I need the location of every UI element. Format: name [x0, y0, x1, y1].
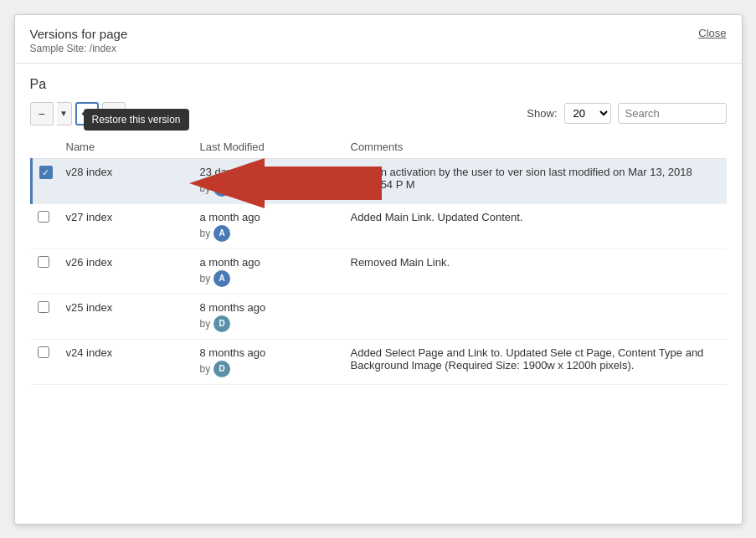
row-modified: a month ago by A	[193, 249, 344, 294]
row-modified: 8 months ago by D	[193, 339, 344, 384]
page-section-title: Pa	[30, 77, 727, 92]
by-label: by	[200, 228, 211, 239]
row-checkbox-cell[interactable]	[31, 203, 59, 249]
by-label: by	[200, 182, 211, 194]
row-comments: Added Select Page and Link to. Updated S…	[344, 339, 727, 384]
table-row: v26 indexa month ago by A Removed Main L…	[31, 249, 727, 294]
row-checkbox-cell[interactable]	[31, 339, 59, 384]
row-comments: Version activation by the user to ver si…	[344, 158, 727, 203]
close-button[interactable]: Close	[698, 27, 726, 39]
row-name: v25 index	[59, 294, 193, 339]
dialog-body: Pa Restore this version − ▼ ↩ 👁 Show:	[15, 64, 742, 398]
table-header-row: Name Last Modified Comments	[31, 136, 727, 159]
restore-button[interactable]: ↩	[75, 102, 99, 126]
versions-table: Name Last Modified Comments ✓v28 index23…	[30, 136, 727, 385]
row-checkbox-cell[interactable]	[31, 249, 59, 294]
modified-time: 8 months ago	[200, 346, 266, 359]
search-input[interactable]	[618, 103, 727, 124]
table-row: ✓v28 index23 days ago by A Version activ…	[31, 158, 727, 203]
row-checkbox[interactable]	[38, 256, 49, 268]
by-label: by	[200, 273, 211, 284]
minus-button[interactable]: −	[30, 102, 54, 126]
dialog-header: Versions for page Sample Site: /index Cl…	[15, 15, 742, 64]
row-name: v27 index	[59, 203, 193, 249]
table-row: v27 indexa month ago by A Added Main Lin…	[31, 203, 727, 249]
header-comments: Comments	[344, 136, 727, 159]
row-name: v26 index	[59, 249, 193, 294]
row-modified: 23 days ago by A	[193, 158, 344, 203]
row-checkbox-cell[interactable]: ✓	[31, 158, 59, 203]
header-modified: Last Modified	[193, 136, 344, 159]
row-comments: Removed Main Link.	[344, 249, 727, 294]
show-select[interactable]: 20 10 50 100	[564, 103, 611, 124]
modified-time: a month ago	[200, 256, 260, 269]
header-checkbox-col	[31, 136, 59, 159]
minus-dropdown-button[interactable]: ▼	[57, 102, 72, 126]
row-checkbox[interactable]	[38, 346, 49, 358]
row-modified: a month ago by A	[193, 203, 344, 249]
by-label: by	[200, 318, 211, 330]
user-avatar: D	[213, 315, 230, 332]
row-name: v28 index	[59, 158, 193, 203]
table-row: v24 index8 months ago by D Added Select …	[31, 339, 727, 384]
row-checkbox-cell[interactable]	[31, 294, 59, 339]
modified-by-row: by D	[200, 361, 337, 377]
row-comments	[344, 294, 727, 339]
row-checkbox[interactable]	[38, 301, 49, 313]
modified-by-row: by D	[200, 315, 337, 332]
row-comments: Added Main Link. Updated Content.	[344, 203, 727, 249]
toolbar-right: Show: 20 10 50 100	[527, 103, 726, 124]
user-avatar: A	[213, 180, 230, 197]
by-label: by	[200, 363, 211, 375]
user-avatar: A	[213, 270, 230, 287]
checkbox-checked[interactable]: ✓	[39, 166, 53, 179]
modified-time: a month ago	[200, 211, 260, 223]
versions-dialog: Versions for page Sample Site: /index Cl…	[14, 14, 743, 525]
preview-button[interactable]: 👁	[102, 102, 126, 126]
dialog-subtitle: Sample Site: /index	[30, 43, 727, 54]
header-name: Name	[59, 136, 193, 159]
modified-time: 23 days ago	[200, 166, 260, 178]
modified-by-row: by A	[200, 225, 337, 242]
row-checkbox[interactable]	[38, 211, 49, 223]
dialog-title: Versions for page	[30, 27, 727, 41]
modified-by-row: by A	[200, 270, 337, 287]
user-avatar: D	[213, 361, 230, 377]
modified-time: 8 months ago	[200, 301, 266, 314]
table-row: v25 index8 months ago by D	[31, 294, 727, 339]
row-name: v24 index	[59, 339, 193, 384]
toolbar: − ▼ ↩ 👁 Show: 20 10 50 100	[30, 102, 727, 126]
modified-by-row: by A	[200, 180, 337, 197]
user-avatar: A	[213, 225, 230, 242]
show-label: Show:	[527, 107, 557, 120]
row-modified: 8 months ago by D	[193, 294, 344, 339]
